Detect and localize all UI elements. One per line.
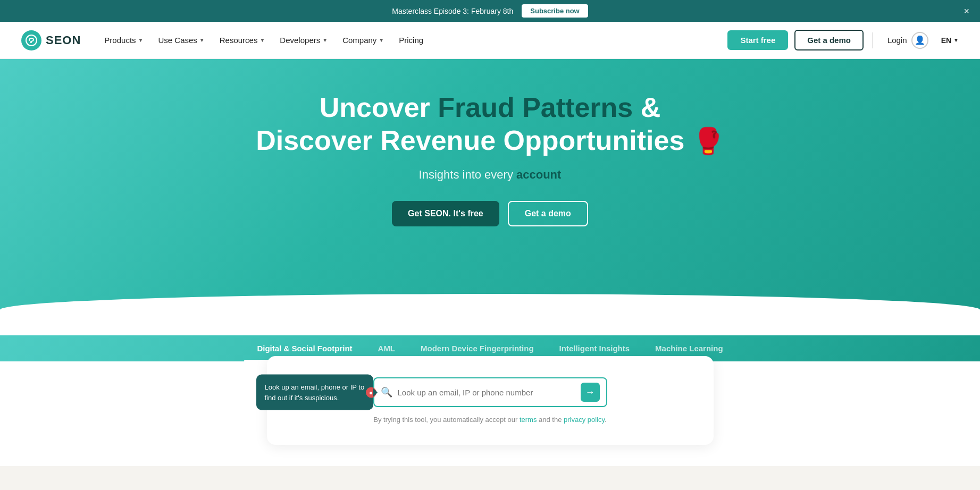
announcement-bar: Masterclass Episode 3: February 8th Subs…: [0, 0, 980, 22]
nav-divider: [872, 32, 873, 48]
nav-products[interactable]: Products ▼: [98, 31, 149, 49]
developers-chevron-icon: ▼: [322, 37, 328, 43]
language-selector[interactable]: EN ▼: [941, 36, 959, 45]
use-cases-chevron-icon: ▼: [199, 37, 205, 43]
demo-card: Look up an email, phone or IP to find ou…: [267, 356, 714, 445]
hero-section: Uncover Fraud Patterns & Discover Revenu…: [0, 59, 980, 335]
nav-resources[interactable]: Resources ▼: [213, 31, 272, 49]
lookup-tooltip: Look up an email, phone or IP to find ou…: [256, 375, 373, 410]
hero-primary-cta-button[interactable]: Get SEON. It's free: [392, 201, 499, 226]
resources-chevron-icon: ▼: [259, 37, 265, 43]
search-icon: 🔍: [381, 386, 392, 398]
nav-company[interactable]: Company ▼: [336, 31, 390, 49]
lang-chevron-icon: ▼: [953, 37, 959, 43]
tooltip-arrow-icon: ●: [366, 387, 376, 398]
hero-title: Uncover Fraud Patterns & Discover Revenu…: [256, 91, 724, 157]
demo-terms: By trying this tool, you automatically a…: [288, 416, 692, 424]
nav-actions: Start free Get a demo Login 👤 EN ▼: [727, 28, 959, 53]
bottom-section: [0, 466, 980, 490]
privacy-policy-link[interactable]: privacy policy: [564, 416, 605, 424]
nav-developers[interactable]: Developers ▼: [273, 31, 334, 49]
lookup-search-input[interactable]: [398, 388, 575, 397]
search-container: 🔍 →: [373, 377, 607, 407]
user-avatar-icon: 👤: [911, 32, 928, 49]
svg-point-0: [26, 35, 37, 46]
hero-cta-group: Get SEON. It's free Get a demo: [392, 201, 588, 226]
demo-section: Look up an email, phone or IP to find ou…: [0, 361, 980, 466]
nav-use-cases[interactable]: Use Cases ▼: [152, 31, 211, 49]
hero-secondary-cta-button[interactable]: Get a demo: [508, 201, 588, 226]
logo[interactable]: SEON: [21, 30, 81, 50]
company-chevron-icon: ▼: [379, 37, 384, 43]
announcement-text: Masterclass Episode 3: February 8th: [392, 7, 513, 15]
login-nav[interactable]: Login 👤: [881, 28, 935, 53]
start-free-button[interactable]: Start free: [727, 30, 788, 50]
terms-link[interactable]: terms: [520, 416, 537, 424]
nav-links: Products ▼ Use Cases ▼ Resources ▼ Devel…: [98, 31, 727, 49]
search-wrapper: Look up an email, phone or IP to find ou…: [288, 377, 692, 407]
get-demo-nav-button[interactable]: Get a demo: [794, 30, 864, 50]
subscribe-button[interactable]: Subscribe now: [522, 4, 588, 18]
logo-icon: [21, 30, 41, 50]
close-announcement-button[interactable]: ×: [964, 6, 969, 16]
nav-pricing[interactable]: Pricing: [392, 31, 430, 49]
search-submit-button[interactable]: →: [581, 383, 600, 402]
hero-emoji: 🥊: [692, 127, 724, 155]
hero-subtitle: Insights into every account: [419, 168, 562, 182]
products-chevron-icon: ▼: [138, 37, 144, 43]
logo-text: SEON: [46, 33, 81, 47]
navbar: SEON Products ▼ Use Cases ▼ Resources ▼ …: [0, 22, 980, 59]
